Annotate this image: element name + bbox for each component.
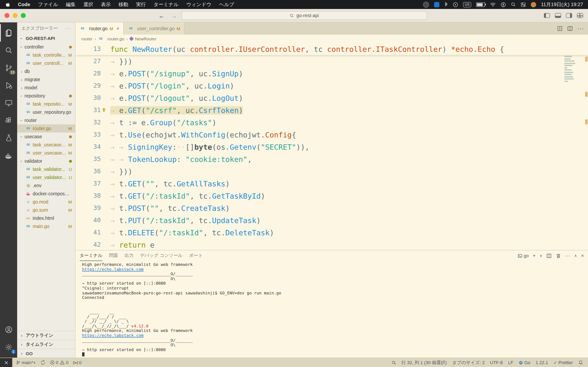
tree-item[interactable]: GOuser_validator...U — [17, 173, 75, 182]
line-number[interactable]: 36 — [76, 167, 110, 175]
line-number[interactable]: 32 — [76, 119, 110, 126]
tree-item[interactable]: <>index.html — [17, 214, 75, 222]
code-text[interactable]: → e.POST("/signup", uc.SignUp) — [110, 69, 243, 78]
line-number[interactable]: 34 — [76, 143, 110, 150]
activity-docker-button[interactable] — [0, 147, 17, 164]
terminal-profile-chip[interactable]: go — [518, 253, 529, 258]
line-number[interactable]: 30 — [76, 94, 110, 101]
tree-item[interactable]: GOtask_validator...U — [17, 165, 75, 173]
terminal-link[interactable]: https://echo.labstack.com — [82, 333, 144, 338]
close-icon[interactable]: × — [116, 26, 119, 31]
menu-item[interactable]: ウィンドウ — [186, 1, 212, 8]
tree-item[interactable]: GOtask_reposito...M — [17, 100, 75, 108]
maximize-window-button[interactable] — [21, 13, 26, 18]
formatter-status[interactable]: ✓ Prettier — [553, 360, 573, 365]
tree-item[interactable]: ›model — [17, 83, 75, 92]
split-editor-button[interactable] — [567, 26, 573, 31]
line-number[interactable]: 35 — [76, 155, 110, 163]
tree-item[interactable]: GOuser_repository.go — [17, 108, 75, 116]
apple-logo-icon[interactable] — [5, 2, 10, 7]
tree-item[interactable]: ›controller — [17, 43, 75, 51]
menu-extra-circle-icon[interactable] — [423, 1, 429, 8]
editor-tab[interactable]: GOrouter.goM× — [76, 22, 124, 35]
ports-status[interactable]: 0 — [73, 360, 82, 365]
indentation-status[interactable]: タブのサイズ: 2 — [452, 359, 485, 366]
line-number[interactable]: 33 — [76, 131, 110, 138]
close-panel-button[interactable]: × — [581, 253, 584, 259]
tree-item[interactable]: ›db — [17, 67, 75, 75]
problems-status[interactable]: 0 0 — [50, 360, 69, 365]
code-text[interactable]: → → TokenLookup: "cookie:token", — [110, 155, 252, 163]
sidebar-section-アウトライン[interactable]: ›アウトライン — [17, 331, 75, 340]
lightbulb-icon[interactable] — [101, 107, 107, 113]
menu-item[interactable]: 実行 — [136, 1, 146, 8]
code-text[interactable]: → })) — [110, 57, 132, 66]
menu-item[interactable]: 表示 — [101, 1, 111, 8]
record-dot-icon[interactable] — [531, 2, 536, 7]
activity-run-debug-button[interactable] — [0, 77, 17, 94]
line-number[interactable]: 42 — [76, 241, 110, 248]
command-center-search[interactable]: go-rest-api — [181, 11, 427, 20]
tree-item[interactable]: ›validator — [17, 157, 75, 165]
breadcrumb-item[interactable]: router.go — [107, 36, 124, 41]
notifications-bell-icon[interactable] — [578, 360, 583, 365]
tree-item[interactable]: GOrouter.goM — [17, 124, 75, 133]
remote-indicator[interactable] — [0, 358, 12, 367]
tree-item[interactable]: ›router — [17, 116, 75, 124]
spotlight-icon[interactable] — [511, 2, 516, 7]
control-center-icon[interactable] — [521, 2, 526, 7]
go-version-status[interactable]: 1.22.1 — [536, 360, 548, 365]
line-number[interactable]: 41 — [76, 229, 110, 236]
line-number[interactable]: 27 — [76, 58, 110, 65]
tree-item[interactable]: ›migrate — [17, 75, 75, 83]
navigate-back-button[interactable]: ← — [158, 12, 164, 19]
menubar-app-name[interactable]: Code — [18, 2, 30, 7]
toggle-secondary-sidebar-button[interactable] — [566, 13, 572, 18]
docker-menu-icon[interactable] — [434, 2, 439, 7]
navigate-forward-button[interactable]: → — [171, 12, 177, 19]
code-text[interactable]: → t.PUT("/:taskId", tc.UpdateTask) — [110, 216, 261, 225]
code-text[interactable]: → e.POST("/logout", uc.LogOut) — [110, 94, 243, 102]
panel-tab[interactable]: 出力 — [125, 250, 134, 261]
bluetooth-icon[interactable] — [444, 2, 448, 7]
activity-remote-explorer-button[interactable] — [0, 94, 17, 112]
user-circle-icon[interactable] — [501, 2, 506, 7]
encoding-status[interactable]: UTF-8 — [490, 360, 503, 365]
menu-item[interactable]: ターミナル — [154, 1, 178, 8]
tree-item[interactable]: GOtask_usecase...M — [17, 141, 75, 149]
tree-item[interactable]: ≡go.modM — [17, 198, 75, 206]
tree-item[interactable]: GOuser_controll...M — [17, 59, 75, 67]
sidebar-section-タイムライン[interactable]: ›タイムライン — [17, 340, 75, 349]
status-search-icon[interactable] — [392, 360, 396, 365]
breadcrumb-item[interactable]: router — [81, 36, 93, 41]
line-number[interactable]: 28 — [76, 70, 110, 77]
language-mode-status[interactable]: Go — [519, 360, 530, 365]
menu-item[interactable]: ファイル — [38, 1, 58, 8]
accounts-button[interactable] — [0, 321, 17, 338]
panel-more-actions-button[interactable]: ··· — [565, 253, 570, 259]
line-number[interactable]: 29 — [76, 82, 110, 89]
line-number[interactable]: 13 — [76, 45, 110, 53]
line-number[interactable]: 38 — [76, 192, 110, 200]
open-changes-button[interactable] — [557, 26, 563, 31]
sidebar-more-actions-button[interactable]: ··· — [65, 26, 71, 31]
input-source-indicator[interactable]: US — [463, 2, 471, 7]
wifi-icon[interactable] — [490, 2, 496, 7]
menu-item[interactable]: ヘルプ — [219, 1, 234, 8]
split-terminal-button[interactable] — [546, 253, 552, 258]
tree-item[interactable]: ›repository — [17, 92, 75, 100]
toggle-panel-button[interactable] — [555, 13, 561, 18]
menubar-clock[interactable]: 11月19日(火) 19:27 — [541, 1, 583, 8]
code-text[interactable]: → → SigningKey:··[]byte(os.Getenv("SECRE… — [110, 142, 310, 151]
sync-changes-button[interactable] — [40, 360, 45, 365]
settings-gear-button[interactable]: 1 — [0, 338, 17, 356]
battery-icon[interactable] — [476, 2, 485, 7]
panel-tab[interactable]: デバッグ コンソール — [140, 250, 182, 261]
panel-tab[interactable]: ターミナル — [80, 250, 103, 261]
code-text[interactable]: → t := e.Group("/tasks") — [110, 118, 216, 127]
editor-tab[interactable]: GOuser_controller.goM — [124, 22, 185, 35]
toggle-primary-sidebar-button[interactable] — [544, 13, 550, 18]
activity-search-button[interactable] — [0, 42, 17, 59]
code-text[interactable]: → return e — [110, 240, 155, 249]
activity-testing-button[interactable] — [0, 129, 17, 147]
